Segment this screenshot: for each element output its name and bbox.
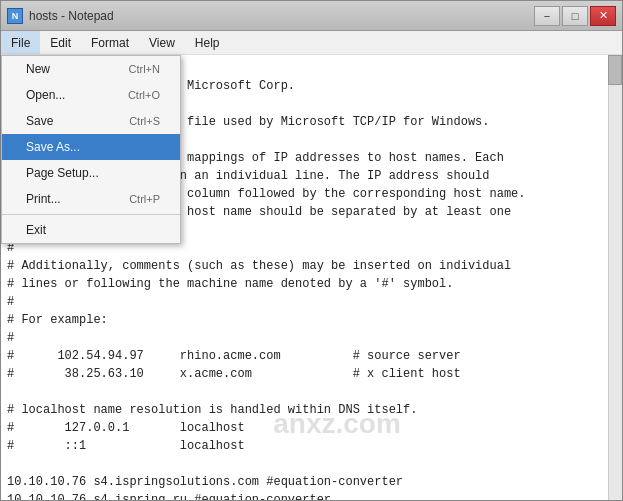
app-icon: N: [7, 8, 23, 24]
menu-new-shortcut: Ctrl+N: [129, 63, 160, 75]
scrollbar-thumb[interactable]: [608, 55, 622, 85]
menu-page-setup[interactable]: Page Setup...: [2, 160, 180, 186]
menu-edit-label: Edit: [50, 36, 71, 50]
title-bar: N hosts - Notepad − □ ✕: [1, 1, 622, 31]
menu-format-label: Format: [91, 36, 129, 50]
menu-print-shortcut: Ctrl+P: [129, 193, 160, 205]
menu-help-label: Help: [195, 36, 220, 50]
close-button[interactable]: ✕: [590, 6, 616, 26]
scrollbar[interactable]: [608, 55, 622, 500]
title-buttons: − □ ✕: [534, 6, 616, 26]
menu-exit-label: Exit: [26, 223, 46, 237]
menu-view[interactable]: View: [139, 31, 185, 54]
menu-save[interactable]: Save Ctrl+S: [2, 108, 180, 134]
menu-file[interactable]: File New Ctrl+N Open... Ctrl+O Save Ctrl…: [1, 31, 40, 54]
window-title: hosts - Notepad: [29, 9, 114, 23]
notepad-window: N hosts - Notepad − □ ✕ File New Ctrl+N …: [0, 0, 623, 501]
menu-open-label: Open...: [26, 88, 65, 102]
menu-print-label: Print...: [26, 192, 61, 206]
menu-exit[interactable]: Exit: [2, 217, 180, 243]
menu-format[interactable]: Format: [81, 31, 139, 54]
menu-open[interactable]: Open... Ctrl+O: [2, 82, 180, 108]
title-bar-left: N hosts - Notepad: [7, 8, 114, 24]
menu-save-as[interactable]: Save As...: [2, 134, 180, 160]
menu-save-shortcut: Ctrl+S: [129, 115, 160, 127]
menu-help[interactable]: Help: [185, 31, 230, 54]
app-icon-letter: N: [12, 11, 19, 21]
maximize-button[interactable]: □: [562, 6, 588, 26]
menu-new-label: New: [26, 62, 50, 76]
menu-file-label: File: [11, 36, 30, 50]
menu-edit[interactable]: Edit: [40, 31, 81, 54]
menu-bar: File New Ctrl+N Open... Ctrl+O Save Ctrl…: [1, 31, 622, 55]
menu-view-label: View: [149, 36, 175, 50]
menu-open-shortcut: Ctrl+O: [128, 89, 160, 101]
menu-save-as-label: Save As...: [26, 140, 80, 154]
menu-save-label: Save: [26, 114, 53, 128]
minimize-button[interactable]: −: [534, 6, 560, 26]
menu-page-setup-label: Page Setup...: [26, 166, 99, 180]
menu-print[interactable]: Print... Ctrl+P: [2, 186, 180, 212]
menu-separator: [2, 214, 180, 215]
file-dropdown: New Ctrl+N Open... Ctrl+O Save Ctrl+S Sa…: [1, 55, 181, 244]
menu-new[interactable]: New Ctrl+N: [2, 56, 180, 82]
